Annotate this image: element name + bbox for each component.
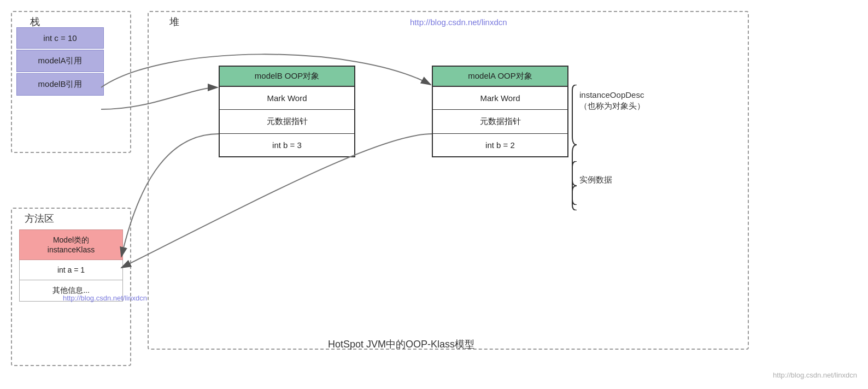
- modela-obj: modelA OOP对象 Mark Word 元数据指针 int b = 2: [432, 66, 568, 157]
- heap-box: [148, 11, 749, 350]
- modela-row-2: 元数据指针: [433, 110, 567, 134]
- url-top: http://blog.csdn.net/linxdcn: [410, 17, 507, 27]
- method-header: Model类的instanceKlass: [19, 229, 123, 260]
- modela-row-1: Mark Word: [433, 87, 567, 110]
- stack-cells: int c = 10 modelA引用 modelB引用: [16, 27, 104, 97]
- heap-label: 堆: [169, 15, 179, 28]
- modelb-row-3: int b = 3: [220, 134, 354, 156]
- method-label: 方法区: [25, 212, 54, 225]
- modela-header: modelA OOP对象: [433, 67, 567, 87]
- method-row-1: int a = 1: [19, 260, 123, 280]
- method-inner: Model类的instanceKlass int a = 1 其他信息...: [19, 229, 123, 302]
- modelb-header: modelB OOP对象: [220, 67, 354, 87]
- modela-row-3: int b = 2: [433, 134, 567, 156]
- stack-cell-2: modelA引用: [16, 50, 104, 72]
- modelb-obj: modelB OOP对象 Mark Word 元数据指针 int b = 3: [219, 66, 355, 157]
- diagram-container: 栈 int c = 10 modelA引用 modelB引用 方法区 Model…: [0, 0, 868, 389]
- stack-cell-1: int c = 10: [16, 27, 104, 49]
- modelb-row-2: 元数据指针: [220, 110, 354, 134]
- annotation1: instanceOopDesc: [579, 90, 644, 99]
- url-method: http://blog.csdn.net/linxdcn: [63, 294, 147, 302]
- modelb-row-1: Mark Word: [220, 87, 354, 110]
- diagram-title: HotSpot JVM中的OOP-Klass模型: [328, 338, 474, 351]
- annotation2: （也称为对象头）: [579, 101, 645, 111]
- url-watermark: http://blog.csdn.net/linxdcn: [773, 371, 857, 379]
- annotation3: 实例数据: [579, 175, 612, 185]
- stack-label: 栈: [30, 15, 40, 28]
- stack-cell-3: modelB引用: [16, 73, 104, 96]
